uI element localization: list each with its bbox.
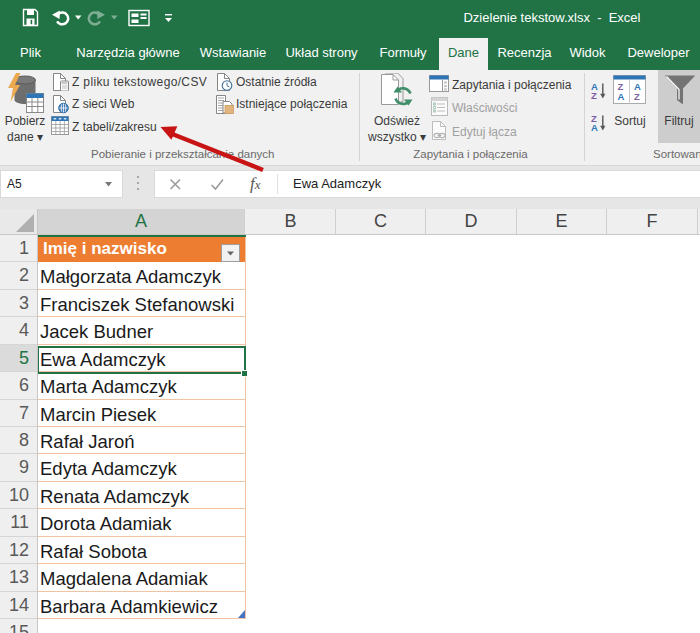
svg-text:A: A	[591, 122, 598, 132]
svg-text:Z: Z	[618, 81, 624, 92]
svg-text:Z: Z	[591, 90, 597, 100]
svg-text:A: A	[634, 81, 641, 92]
svg-text:Z: Z	[634, 91, 640, 102]
svg-text:A: A	[618, 91, 625, 102]
